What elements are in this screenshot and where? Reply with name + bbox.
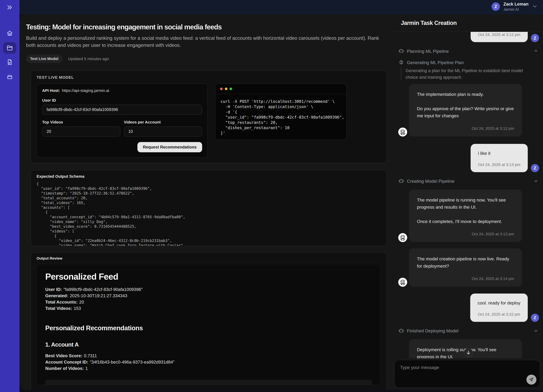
test-live-model-card: TEST LIVE MODEL API Host:https://api-sta… [31,70,387,163]
sidebar-item-projects[interactable] [3,42,16,54]
message-timestamp: Oct 24, 2025 at 3:13 pm [417,232,514,236]
send-button[interactable] [526,375,537,385]
terminal-minimize-dot [225,88,227,90]
page-title: Testing: Model for increasing engagement… [26,23,394,31]
robot-icon [398,48,404,54]
chat-header: Jarmin Task Creation [394,14,543,32]
sidebar-item-documents[interactable] [3,57,16,68]
message-timestamp: Oct 24, 2025 at 3:22 pm [478,312,520,317]
sidebar-item-home[interactable] [3,28,16,39]
message-text: cool. ready for deploy [478,300,520,306]
user-avatar: Z [531,314,539,322]
robot-icon [398,328,404,334]
best-score-label: Best Video Score: [45,353,82,358]
output-review-card: Output Review Personalized Feed User ID:… [31,252,387,390]
top-videos-label: Top Videos [42,120,120,124]
home-icon [6,30,13,37]
chat-message-list[interactable]: Oct 24, 2025 at 3:12 pm Z Planning ML Pi… [394,32,543,358]
user-avatar: Z [531,34,539,42]
robot-icon [398,178,404,184]
user-id-label: User ID [42,98,202,102]
request-form: API Host:https://api-staging.jarmin.ai U… [37,84,208,158]
scroll-to-bottom-button[interactable] [464,348,473,357]
message-text: The model pipeline is running now. You'l… [417,196,514,225]
schema-title: Expected Output Schema [37,174,381,179]
page-subtitle: Build and deploy a personalized ranking … [26,35,381,49]
bot-message: The model pipeline is running now. You'l… [398,190,539,242]
user-name: Zack Leman [503,2,529,6]
bot-avatar-icon [398,233,407,242]
feed-generated-label: Generated: [45,293,68,298]
chevron-down-icon[interactable] [533,179,538,184]
curl-terminal: curl -X POST 'http://localhost:3001/reco… [215,84,347,140]
top-videos-input[interactable] [42,126,120,136]
num-videos-label: Number of Videos: [45,366,84,371]
schema-json: { "user_id": "fa998cf9-dbdc-42cf-83cf-90… [37,182,381,246]
message-timestamp: Oct 24, 2025 at 3:12 pm [478,32,520,37]
send-icon [529,377,534,382]
chevron-up-icon[interactable] [533,49,538,54]
section-finished-deploying-model[interactable]: Finished Deploying Model [398,328,538,334]
user-message: i like it Oct 24, 2025 at 3:13 pm Z [398,144,539,172]
expected-output-schema-card: Expected Output Schema { "user_id": "fa9… [31,170,387,246]
folder-icon [6,44,13,51]
section-creating-model-pipeline[interactable]: Creating Model Pipeline [398,178,538,184]
api-host-value: https://api-staging.jarmin.ai [62,88,109,93]
recommendations-heading: Personalized Recommendations [45,324,372,332]
user-id-input[interactable] [42,105,202,115]
status-badge: Test Live Model [26,55,62,63]
sidebar-item-archive[interactable] [3,71,16,83]
concept-id-value: "34f16b43-bec0-496a-9373-ea992d931d84" [90,360,175,364]
videos-per-account-input[interactable] [124,126,202,136]
message-composer [394,360,540,388]
user-message-cropped: Oct 24, 2025 at 3:12 pm Z [398,32,539,42]
output-document: Personalized Feed User ID:"fa998cf9-dbdc… [37,264,381,385]
user-subtitle: Jarmin AI [503,7,529,11]
feed-user-id-label: User ID: [45,287,62,292]
message-timestamp: Oct 24, 2025 at 3:14 pm [417,276,514,281]
output-review-label: Output Review [37,256,381,261]
videos-per-account-label: Videos per Account [124,120,202,124]
videos-table-header: Rank Video Name Score [45,380,372,385]
bot-message: The model creation pipeline is now live.… [398,248,539,287]
main-content: Testing: Model for increasing engagement… [19,14,394,390]
message-timestamp: Oct 24, 2025 at 3:12 pm [417,126,514,131]
section-planning-ml-pipeline[interactable]: Planning ML Pipeline [398,48,538,54]
avatar[interactable]: Z [492,2,500,11]
bot-avatar-icon [398,128,407,136]
account-heading: 1. Account A [45,341,372,348]
message-timestamp: Oct 24, 2025 at 3:13 pm [478,162,520,167]
test-live-model-header: TEST LIVE MODEL [37,75,381,80]
sidebar [0,0,19,392]
chevron-down-icon[interactable] [533,328,538,334]
terminal-close-dot [220,88,223,90]
feed-total-accounts-value: 20 [79,300,84,304]
feed-heading: Personalized Feed [45,272,372,282]
step-description: Generating a plan for the ML Pipeline to… [401,67,527,80]
feed-total-accounts-label: Total Accounts: [45,300,78,304]
concept-id-label: Account Concept ID: [45,360,88,364]
top-bar: Z Zack Leman Jarmin AI [0,0,543,14]
bot-avatar-icon [398,278,407,287]
user-avatar: Z [531,164,539,172]
updated-timestamp: Updated 5 minutes ago [68,57,109,61]
feed-total-videos-label: Total Videos: [45,306,72,311]
feed-generated-value: 2025-10-30T19:21:27.334343 [70,293,127,298]
step-generating-plan: Generating ML Pipeline Plan Generating a… [398,59,539,80]
chat-title: Jarmin Task Creation [401,20,457,26]
message-text: i like it [478,150,520,157]
message-input[interactable] [400,365,534,383]
chevron-down-icon[interactable] [532,3,538,10]
bot-message: The implementation plan is ready. Do you… [398,84,539,136]
feed-user-id-value: "fa998cf9-dbdc-42cf-83cf-90afa1009396" [63,287,143,292]
terminal-expand-dot [230,88,232,90]
arrow-down-icon [466,350,471,356]
user-menu[interactable]: Z Zack Leman Jarmin AI [492,2,538,11]
message-text: The model creation pipeline is now live.… [417,255,514,270]
request-recommendations-button[interactable]: Request Recommendations [137,142,202,152]
sidebar-expand-icon[interactable] [6,4,13,11]
api-host-label: API Host: [42,88,60,93]
feed-total-videos-value: 153 [74,306,81,311]
archive-icon [6,73,13,80]
num-videos-value: 1 [85,366,88,371]
